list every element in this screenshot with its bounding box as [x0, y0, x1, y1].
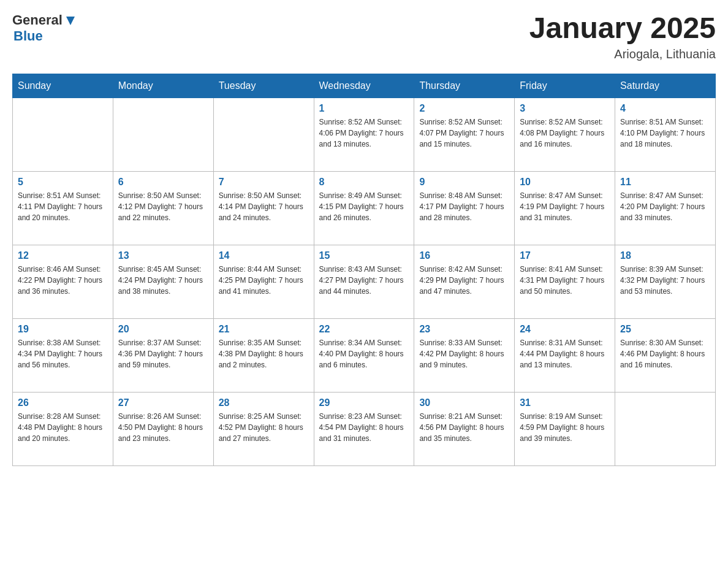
column-header-monday: Monday: [113, 74, 213, 98]
day-info: Sunrise: 8:48 AM Sunset: 4:17 PM Dayligh…: [419, 190, 509, 223]
calendar-cell: 9Sunrise: 8:48 AM Sunset: 4:17 PM Daylig…: [414, 171, 515, 245]
day-number: 9: [419, 177, 509, 188]
day-number: 12: [18, 250, 108, 261]
day-number: 26: [18, 397, 108, 408]
day-number: 25: [620, 324, 710, 335]
day-number: 10: [520, 177, 610, 188]
calendar-cell: 21Sunrise: 8:35 AM Sunset: 4:38 PM Dayli…: [213, 318, 314, 392]
day-number: 22: [319, 324, 409, 335]
day-info: Sunrise: 8:52 AM Sunset: 4:07 PM Dayligh…: [419, 117, 509, 150]
day-info: Sunrise: 8:41 AM Sunset: 4:31 PM Dayligh…: [520, 264, 610, 297]
day-info: Sunrise: 8:34 AM Sunset: 4:40 PM Dayligh…: [319, 337, 409, 370]
day-info: Sunrise: 8:39 AM Sunset: 4:32 PM Dayligh…: [620, 264, 710, 297]
calendar-cell: 29Sunrise: 8:23 AM Sunset: 4:54 PM Dayli…: [314, 392, 414, 465]
day-number: 3: [520, 103, 610, 114]
day-number: 28: [219, 397, 309, 408]
day-number: 20: [118, 324, 208, 335]
calendar-cell: 7Sunrise: 8:50 AM Sunset: 4:14 PM Daylig…: [213, 171, 314, 245]
day-info: Sunrise: 8:26 AM Sunset: 4:50 PM Dayligh…: [118, 411, 208, 444]
logo-triangle-icon: [64, 14, 77, 28]
day-info: Sunrise: 8:38 AM Sunset: 4:34 PM Dayligh…: [18, 337, 108, 370]
day-number: 30: [419, 397, 509, 408]
day-info: Sunrise: 8:25 AM Sunset: 4:52 PM Dayligh…: [219, 411, 309, 444]
calendar-week-row: 1Sunrise: 8:52 AM Sunset: 4:06 PM Daylig…: [13, 98, 716, 171]
day-number: 24: [520, 324, 610, 335]
calendar-cell: [13, 98, 113, 171]
day-number: 14: [219, 250, 309, 261]
day-info: Sunrise: 8:45 AM Sunset: 4:24 PM Dayligh…: [118, 264, 208, 297]
calendar-week-row: 19Sunrise: 8:38 AM Sunset: 4:34 PM Dayli…: [13, 318, 716, 392]
day-info: Sunrise: 8:51 AM Sunset: 4:11 PM Dayligh…: [18, 190, 108, 223]
logo-general: General: [12, 12, 63, 28]
day-info: Sunrise: 8:51 AM Sunset: 4:10 PM Dayligh…: [620, 117, 710, 150]
calendar-cell: [213, 98, 314, 171]
calendar-cell: [615, 392, 716, 465]
day-number: 21: [219, 324, 309, 335]
day-info: Sunrise: 8:50 AM Sunset: 4:12 PM Dayligh…: [118, 190, 208, 223]
calendar-cell: 23Sunrise: 8:33 AM Sunset: 4:42 PM Dayli…: [414, 318, 515, 392]
day-info: Sunrise: 8:52 AM Sunset: 4:06 PM Dayligh…: [319, 117, 409, 150]
logo: General Blue: [12, 12, 77, 44]
calendar-week-row: 12Sunrise: 8:46 AM Sunset: 4:22 PM Dayli…: [13, 245, 716, 318]
calendar-week-row: 26Sunrise: 8:28 AM Sunset: 4:48 PM Dayli…: [13, 392, 716, 465]
day-number: 15: [319, 250, 409, 261]
day-number: 23: [419, 324, 509, 335]
column-header-friday: Friday: [515, 74, 615, 98]
calendar-cell: 22Sunrise: 8:34 AM Sunset: 4:40 PM Dayli…: [314, 318, 414, 392]
day-number: 16: [419, 250, 509, 261]
calendar-cell: 4Sunrise: 8:51 AM Sunset: 4:10 PM Daylig…: [615, 98, 716, 171]
day-number: 8: [319, 177, 409, 188]
day-info: Sunrise: 8:47 AM Sunset: 4:19 PM Dayligh…: [520, 190, 610, 223]
day-number: 19: [18, 324, 108, 335]
day-info: Sunrise: 8:28 AM Sunset: 4:48 PM Dayligh…: [18, 411, 108, 444]
location-title: Ariogala, Lithuania: [529, 47, 716, 61]
calendar-cell: 2Sunrise: 8:52 AM Sunset: 4:07 PM Daylig…: [414, 98, 515, 171]
day-number: 4: [620, 103, 710, 114]
calendar-cell: 20Sunrise: 8:37 AM Sunset: 4:36 PM Dayli…: [113, 318, 213, 392]
calendar-cell: 5Sunrise: 8:51 AM Sunset: 4:11 PM Daylig…: [13, 171, 113, 245]
calendar-cell: 16Sunrise: 8:42 AM Sunset: 4:29 PM Dayli…: [414, 245, 515, 318]
calendar-cell: 26Sunrise: 8:28 AM Sunset: 4:48 PM Dayli…: [13, 392, 113, 465]
day-info: Sunrise: 8:30 AM Sunset: 4:46 PM Dayligh…: [620, 337, 710, 370]
calendar-cell: 11Sunrise: 8:47 AM Sunset: 4:20 PM Dayli…: [615, 171, 716, 245]
day-number: 11: [620, 177, 710, 188]
page-header: General Blue January 2025 Ariogala, Lith…: [12, 12, 716, 61]
calendar-cell: 19Sunrise: 8:38 AM Sunset: 4:34 PM Dayli…: [13, 318, 113, 392]
svg-marker-0: [66, 17, 75, 25]
day-number: 13: [118, 250, 208, 261]
day-number: 17: [520, 250, 610, 261]
calendar-table: SundayMondayTuesdayWednesdayThursdayFrid…: [12, 74, 716, 466]
calendar-header-row: SundayMondayTuesdayWednesdayThursdayFrid…: [13, 74, 716, 98]
calendar-cell: 17Sunrise: 8:41 AM Sunset: 4:31 PM Dayli…: [515, 245, 615, 318]
calendar-cell: 31Sunrise: 8:19 AM Sunset: 4:59 PM Dayli…: [515, 392, 615, 465]
day-number: 1: [319, 103, 409, 114]
calendar-cell: 10Sunrise: 8:47 AM Sunset: 4:19 PM Dayli…: [515, 171, 615, 245]
title-block: January 2025 Ariogala, Lithuania: [529, 12, 716, 61]
day-number: 18: [620, 250, 710, 261]
day-info: Sunrise: 8:23 AM Sunset: 4:54 PM Dayligh…: [319, 411, 409, 444]
day-info: Sunrise: 8:42 AM Sunset: 4:29 PM Dayligh…: [419, 264, 509, 297]
day-info: Sunrise: 8:47 AM Sunset: 4:20 PM Dayligh…: [620, 190, 710, 223]
day-number: 7: [219, 177, 309, 188]
calendar-cell: 8Sunrise: 8:49 AM Sunset: 4:15 PM Daylig…: [314, 171, 414, 245]
calendar-cell: 13Sunrise: 8:45 AM Sunset: 4:24 PM Dayli…: [113, 245, 213, 318]
day-number: 2: [419, 103, 509, 114]
day-number: 6: [118, 177, 208, 188]
day-info: Sunrise: 8:21 AM Sunset: 4:56 PM Dayligh…: [419, 411, 509, 444]
calendar-cell: [113, 98, 213, 171]
calendar-cell: 30Sunrise: 8:21 AM Sunset: 4:56 PM Dayli…: [414, 392, 515, 465]
day-info: Sunrise: 8:49 AM Sunset: 4:15 PM Dayligh…: [319, 190, 409, 223]
calendar-cell: 25Sunrise: 8:30 AM Sunset: 4:46 PM Dayli…: [615, 318, 716, 392]
day-info: Sunrise: 8:50 AM Sunset: 4:14 PM Dayligh…: [219, 190, 309, 223]
day-info: Sunrise: 8:44 AM Sunset: 4:25 PM Dayligh…: [219, 264, 309, 297]
day-info: Sunrise: 8:19 AM Sunset: 4:59 PM Dayligh…: [520, 411, 610, 444]
day-number: 27: [118, 397, 208, 408]
calendar-cell: 6Sunrise: 8:50 AM Sunset: 4:12 PM Daylig…: [113, 171, 213, 245]
calendar-cell: 14Sunrise: 8:44 AM Sunset: 4:25 PM Dayli…: [213, 245, 314, 318]
calendar-cell: 1Sunrise: 8:52 AM Sunset: 4:06 PM Daylig…: [314, 98, 414, 171]
column-header-saturday: Saturday: [615, 74, 716, 98]
day-info: Sunrise: 8:46 AM Sunset: 4:22 PM Dayligh…: [18, 264, 108, 297]
day-info: Sunrise: 8:43 AM Sunset: 4:27 PM Dayligh…: [319, 264, 409, 297]
calendar-cell: 15Sunrise: 8:43 AM Sunset: 4:27 PM Dayli…: [314, 245, 414, 318]
logo-blue: Blue: [13, 28, 43, 44]
